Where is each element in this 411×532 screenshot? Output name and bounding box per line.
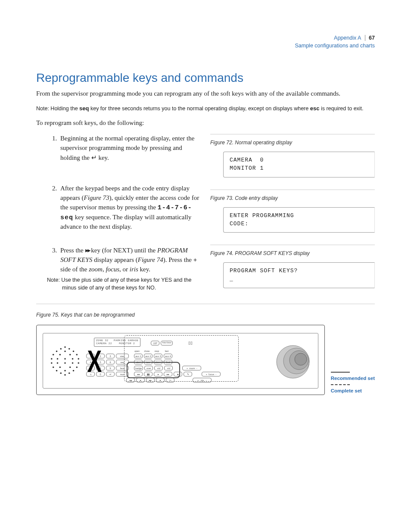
- key-view: view: [116, 354, 129, 358]
- svg-point-9: [76, 354, 78, 356]
- key-alarm: alarm: [154, 360, 162, 364]
- svg-point-12: [64, 358, 66, 360]
- key-clip2-icon: ✂: [166, 378, 174, 383]
- svg-point-7: [59, 354, 61, 356]
- lcd-program-soft-keys: PROGRAM SOFT KEYS? _: [223, 262, 375, 288]
- svg-point-15: [51, 363, 53, 364]
- key-rewind2-icon: ◂◂: [126, 378, 135, 383]
- key-aux3: aux 3: [154, 354, 162, 358]
- svg-point-3: [56, 351, 58, 352]
- key-alert: alert: [134, 360, 143, 364]
- header-subtitle: Sample configurations and charts: [295, 43, 375, 49]
- svg-point-4: [64, 351, 66, 352]
- key-esc: ⎋: [86, 372, 95, 376]
- figure-74-ref: Figure 74: [138, 256, 163, 263]
- key-4: 4: [86, 360, 95, 364]
- figure-72: Figure 72. Normal operating display CAME…: [210, 134, 375, 177]
- key-2: 2: [96, 354, 105, 358]
- seq-key-label: seq: [79, 105, 89, 112]
- key-3: 3: [106, 354, 115, 358]
- page-title: Reprogrammable keys and commands: [36, 71, 375, 85]
- key-focus: + focus -: [202, 372, 221, 376]
- key-face: face: [116, 366, 129, 370]
- svg-point-1: [60, 348, 62, 350]
- key-play2-icon: ▸: [136, 378, 145, 383]
- key-aux2: aux 2: [144, 354, 153, 358]
- step-2: After the keypad beeps and the code entr…: [59, 184, 201, 232]
- intro-paragraph: From the supervisor programming mode you…: [36, 89, 375, 99]
- figure-75-legend: Recommended set Complete set: [331, 370, 375, 395]
- key-fast-forward-icon: ▸▸: [164, 372, 172, 376]
- svg-point-14: [78, 358, 79, 360]
- key-5: 5: [96, 360, 105, 364]
- return-key-icon: ↵: [91, 154, 97, 161]
- svg-point-28: [68, 373, 70, 374]
- svg-point-6: [53, 354, 54, 356]
- key-tour: tour: [144, 360, 153, 364]
- figure-74-caption: Figure 74. PROGRAM SOFT KEYS display: [210, 250, 375, 256]
- key-badge: badge: [134, 366, 143, 370]
- step-1: Beginning at the normal operating displa…: [59, 134, 201, 162]
- figure-74: Figure 74. PROGRAM SOFT KEYS display PRO…: [210, 245, 375, 288]
- key-9: 9: [106, 366, 115, 370]
- svg-point-8: [69, 354, 71, 356]
- key-clip-icon: ✎: [184, 372, 192, 376]
- key-1: 1: [86, 354, 95, 358]
- esc-key-label: esc: [310, 105, 320, 112]
- key-auto-focus: Auto focus: [161, 341, 172, 345]
- figure-73: Figure 73. Code entry display ENTER PROG…: [210, 190, 375, 233]
- key-vid-b: vid: [164, 366, 173, 370]
- lead-in: To reprogram soft keys, do the following…: [36, 118, 375, 128]
- key-stop-icon: ■: [174, 372, 182, 376]
- key-rewind-icon: ◂◂: [134, 372, 143, 376]
- svg-point-29: [64, 374, 66, 376]
- svg-point-18: [72, 363, 74, 364]
- key-enter: ↵: [106, 372, 115, 376]
- figure-73-caption: Figure 73. Code entry display: [210, 195, 375, 201]
- svg-point-33: [295, 353, 307, 365]
- figure-72-caption: Figure 72. Normal operating display: [210, 140, 375, 146]
- svg-point-27: [60, 373, 62, 374]
- solid-line-icon: [331, 372, 350, 373]
- svg-point-21: [59, 367, 61, 368]
- svg-point-2: [68, 348, 70, 350]
- key-mon: mon: [116, 372, 129, 376]
- joystick-icon: [276, 342, 313, 379]
- key-6: 6: [106, 360, 115, 364]
- svg-point-20: [53, 367, 54, 368]
- svg-point-19: [78, 363, 79, 364]
- svg-point-26: [73, 370, 75, 372]
- key-pause-icon: ▮▮: [144, 372, 153, 376]
- svg-point-24: [56, 370, 58, 372]
- keypad-diagram: X ZONE 32 PARKING GARAGE CAMERA 22 MONIT…: [36, 325, 325, 395]
- svg-point-25: [64, 370, 66, 372]
- step-3: Press the ▸▸ key (for NEXT) until the PR…: [59, 246, 201, 274]
- key-vid-a: vid: [154, 366, 163, 370]
- key-seq: seq: [116, 360, 129, 364]
- legend-recommended: Recommended set: [331, 375, 375, 382]
- svg-point-5: [73, 351, 75, 352]
- section-divider: [36, 304, 375, 304]
- key-record-icon: ●: [156, 378, 165, 383]
- legend-complete: Complete set: [331, 387, 375, 395]
- page-number: 67: [365, 35, 375, 41]
- key-find: find: [164, 360, 172, 364]
- svg-point-23: [76, 367, 78, 368]
- key-0: 0: [96, 372, 105, 376]
- figure-75-caption: Figure 75. Keys that can be reprogrammed: [36, 312, 375, 318]
- key-iris: + iris -: [193, 378, 212, 383]
- key-1st: 1ST: [151, 341, 159, 345]
- note-seq-key: Note: Holding the seq key for three seco…: [36, 105, 375, 113]
- figure-73-ref: Figure 73: [84, 194, 109, 201]
- svg-point-22: [69, 367, 71, 368]
- dashed-line-icon: [331, 384, 350, 385]
- fast-forward-icon: ▸▸: [85, 246, 90, 254]
- key-8: 8: [96, 366, 105, 370]
- key-play-icon: ▸: [154, 372, 162, 376]
- svg-point-10: [51, 358, 53, 360]
- note-yes-no: Note: Use the plus side of any of these …: [36, 277, 201, 292]
- key-ff2-icon: ▸▸: [146, 378, 155, 383]
- svg-point-13: [72, 358, 74, 360]
- page-header: Appendix A 67 Sample configurations and …: [36, 34, 375, 50]
- lcd-normal-display: CAMERA 0 MONITOR 1: [223, 152, 375, 177]
